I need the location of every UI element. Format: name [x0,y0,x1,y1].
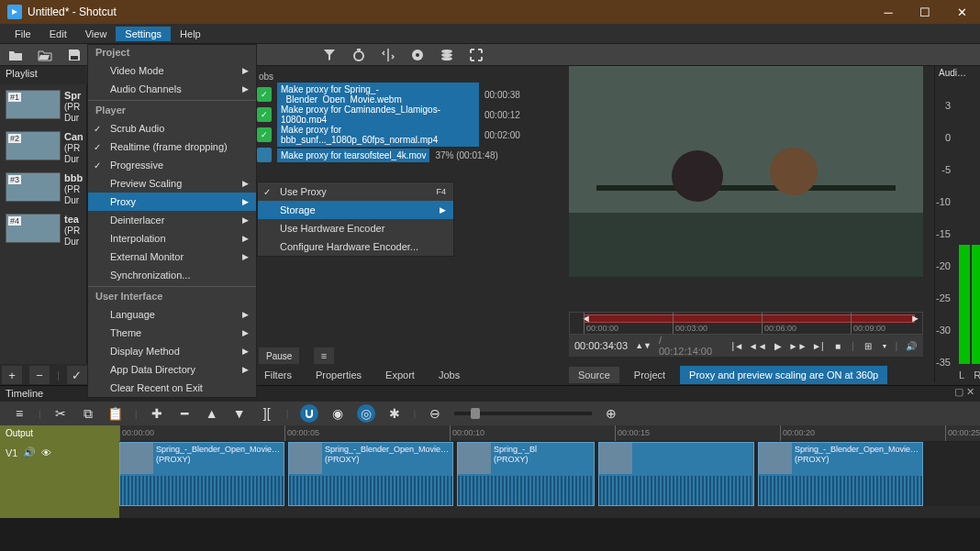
submenu-item[interactable]: ✓Use ProxyF4 [258,182,453,201]
timeline-clip[interactable]: Spring_-_Blender_Open_Movie…(PROXY) [598,442,754,506]
zoom-icon[interactable]: ⊞ [862,339,874,352]
proxy-notice: Proxy and preview scaling are ON at 360p [680,366,887,384]
current-time[interactable]: 00:00:34:03 [574,340,628,351]
scrub-icon[interactable]: ◉ [329,405,346,422]
jobs-pause-button[interactable]: Pause [259,347,299,364]
submenu-item[interactable]: Storage▶ [258,201,453,219]
auto-icon[interactable] [380,47,396,63]
tab-properties[interactable]: Properties [308,368,369,382]
playlist-check-button[interactable]: ✓ [67,366,87,384]
bottom-spacer [0,518,980,551]
source-tab[interactable]: Source [569,367,619,383]
menu-item[interactable]: Preview Scaling▶ [88,174,256,193]
playlist-add-button[interactable]: + [2,366,22,384]
menu-item[interactable]: Audio Channels▶ [88,80,256,98]
playlist-item[interactable]: #3bbb(PRDur [0,167,86,208]
tl-menu-icon[interactable]: ≡ [11,405,28,422]
timeline-clip[interactable]: Spring_-_Blender_Open_Movie…(PROXY) [119,442,284,506]
job-row[interactable]: ✓Make proxy for Spring_-_Blender_Open_Mo… [257,84,551,105]
meter-r-label: R [974,369,980,380]
playlist-remove-button[interactable]: − [29,366,50,384]
menu-file[interactable]: File [6,27,40,41]
menu-item[interactable]: Clear Recent on Exit [88,379,256,397]
menu-item[interactable]: Theme▶ [88,324,256,342]
timeline-close-icon[interactable]: ▢ ✕ [954,386,974,398]
menu-item[interactable]: ✓Scrub Audio [88,119,256,138]
submenu-item[interactable]: Use Hardware Encoder [258,219,453,237]
menu-item[interactable]: External Monitor▶ [88,248,256,266]
playlist-item[interactable]: #1Spr(PRDur [0,84,86,126]
transport-ruler[interactable]: ◄ ► 00:00:0000:03:0000:06:0000:09:00 [569,312,923,335]
job-row[interactable]: ✓Make proxy for Caminandes_Llamigos-1080… [257,105,551,125]
close-button[interactable]: ✕ [943,0,980,24]
snap-icon[interactable] [300,404,318,423]
speaker-icon[interactable]: 🔊 [23,446,36,458]
minimize-button[interactable]: ─ [870,0,907,24]
job-row[interactable]: Make proxy for tearsofsteel_4k.mov37% (0… [257,145,551,165]
menu-item[interactable]: Proxy▶ [88,193,256,211]
tab-jobs[interactable]: Jobs [431,368,467,382]
menu-item[interactable]: ✓Realtime (frame dropping) [88,138,256,156]
video-preview[interactable] [569,66,923,277]
zoom-out-icon[interactable]: ⊖ [427,405,443,422]
menu-item[interactable]: Synchronization... [88,266,256,284]
menu-item[interactable]: ✓Progressive [88,156,256,174]
split-icon[interactable]: ][ [259,405,275,422]
stack-icon[interactable] [439,47,455,63]
rewind-icon[interactable]: ◄◄ [752,339,764,352]
open-other-icon[interactable] [37,47,53,63]
cut-icon[interactable]: ✂ [52,405,69,422]
timeline-clip[interactable]: Spring_-_Blender_Open_Movie…(PROXY) [288,442,453,506]
timeline-clip[interactable]: Spring_-_Bl(PROXY) [457,442,595,506]
open-icon[interactable] [7,47,24,63]
save-icon[interactable] [66,47,83,63]
submenu-item[interactable]: Configure Hardware Encoder... [258,237,453,256]
volume-icon[interactable]: 🔊 [905,339,918,352]
project-tab[interactable]: Project [625,367,674,383]
menu-item[interactable]: Display Method▶ [88,342,256,360]
timeline-toolbar: ≡ | ✂ ⧉ 📋 | ✚ ━ ▲ ▼ ][ | ◉ ◎ ✱ | ⊖ ⊕ [0,402,980,425]
menu-edit[interactable]: Edit [40,27,76,41]
fullscreen-icon[interactable] [468,47,484,63]
filter-icon[interactable] [321,47,338,63]
playlist-item[interactable]: #4tea(PRDur [0,208,86,249]
timeline-clip[interactable]: Spring_-_Blender_Open_Movie…(PROXY) [758,442,923,506]
timeline-track[interactable]: Spring_-_Blender_Open_Movie…(PROXY)Sprin… [119,442,980,506]
zoom-slider[interactable] [454,412,592,415]
eye-icon[interactable]: 👁 [41,447,51,458]
paste-icon[interactable]: 📋 [107,405,124,422]
zoom-in-icon[interactable]: ⊕ [603,405,619,422]
window-title: Untitled* - Shotcut [28,6,870,18]
copy-icon[interactable]: ⧉ [80,405,96,422]
playlist-item[interactable]: #2Can(PRDur [0,126,86,167]
tab-filters[interactable]: Filters [257,368,299,382]
disc-icon[interactable] [409,47,426,63]
menu-item[interactable]: Video Mode▶ [88,61,256,80]
timer-icon[interactable] [351,47,367,63]
maximize-button[interactable]: ☐ [907,0,943,24]
lift-icon[interactable]: ▲ [204,405,220,422]
menu-item[interactable]: App Data Directory▶ [88,360,256,379]
overwrite-icon[interactable]: ▼ [231,405,248,422]
menu-item[interactable]: Interpolation▶ [88,229,256,248]
ripple-icon[interactable]: ◎ [357,404,375,423]
jobs-list: ✓Make proxy for Spring_-_Blender_Open_Mo… [257,84,551,165]
tab-export[interactable]: Export [378,368,422,382]
menu-item[interactable]: Deinterlacer▶ [88,211,256,229]
tl-add-icon[interactable]: ✚ [149,405,165,422]
menu-view[interactable]: View [76,27,117,41]
ripple-all-icon[interactable]: ✱ [386,405,403,422]
fast-forward-icon[interactable]: ►► [791,339,804,352]
loop-icon[interactable]: ■ [831,339,844,352]
play-icon[interactable]: ▶ [772,339,785,352]
menu-settings[interactable]: Settings [116,27,171,41]
skip-end-icon[interactable]: ►| [811,339,824,352]
skip-start-icon[interactable]: |◄ [731,339,744,352]
timeline-ruler[interactable]: 00:00:0000:00:0500:00:1000:00:1500:00:20… [119,425,980,442]
menu-item[interactable]: Language▶ [88,305,256,324]
timeline-track-headers: Output V1 🔊 👁 [0,425,119,518]
tl-remove-icon[interactable]: ━ [176,405,193,422]
job-row[interactable]: ✓Make proxy for bbb_sunf..._1080p_60fps_… [257,125,551,145]
jobs-menu-button[interactable]: ≡ [314,347,334,364]
menu-help[interactable]: Help [171,27,210,41]
